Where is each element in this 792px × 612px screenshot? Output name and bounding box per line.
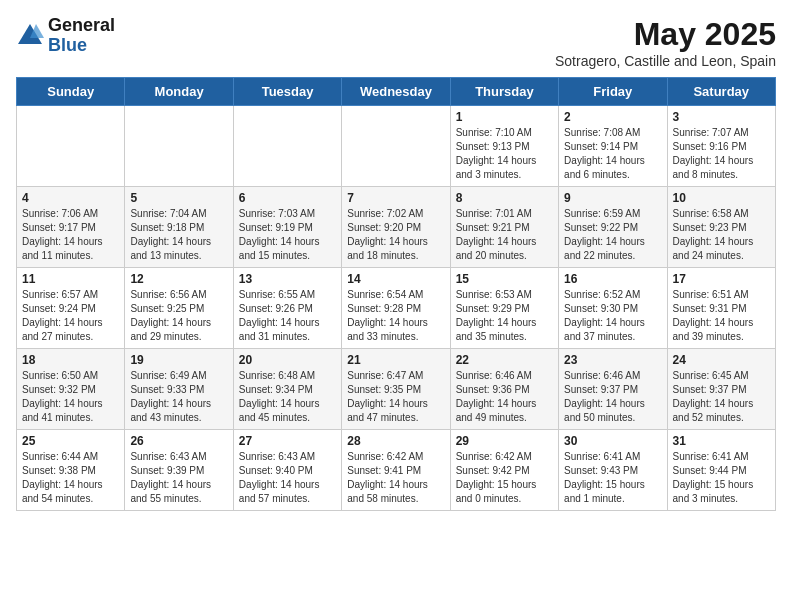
week-row-3: 11Sunrise: 6:57 AM Sunset: 9:24 PM Dayli… [17, 268, 776, 349]
day-number: 30 [564, 434, 661, 448]
day-info: Sunrise: 6:58 AM Sunset: 9:23 PM Dayligh… [673, 207, 770, 263]
calendar-cell: 29Sunrise: 6:42 AM Sunset: 9:42 PM Dayli… [450, 430, 558, 511]
day-info: Sunrise: 6:41 AM Sunset: 9:44 PM Dayligh… [673, 450, 770, 506]
calendar-cell: 22Sunrise: 6:46 AM Sunset: 9:36 PM Dayli… [450, 349, 558, 430]
day-number: 6 [239, 191, 336, 205]
location-subtitle: Sotragero, Castille and Leon, Spain [555, 53, 776, 69]
day-number: 3 [673, 110, 770, 124]
week-row-2: 4Sunrise: 7:06 AM Sunset: 9:17 PM Daylig… [17, 187, 776, 268]
weekday-header-monday: Monday [125, 78, 233, 106]
day-info: Sunrise: 7:02 AM Sunset: 9:20 PM Dayligh… [347, 207, 444, 263]
day-info: Sunrise: 6:50 AM Sunset: 9:32 PM Dayligh… [22, 369, 119, 425]
calendar-cell: 10Sunrise: 6:58 AM Sunset: 9:23 PM Dayli… [667, 187, 775, 268]
weekday-header-wednesday: Wednesday [342, 78, 450, 106]
logo-text: General Blue [48, 16, 115, 56]
calendar-cell: 30Sunrise: 6:41 AM Sunset: 9:43 PM Dayli… [559, 430, 667, 511]
calendar-cell: 5Sunrise: 7:04 AM Sunset: 9:18 PM Daylig… [125, 187, 233, 268]
day-info: Sunrise: 6:46 AM Sunset: 9:36 PM Dayligh… [456, 369, 553, 425]
calendar-cell: 1Sunrise: 7:10 AM Sunset: 9:13 PM Daylig… [450, 106, 558, 187]
calendar-cell: 28Sunrise: 6:42 AM Sunset: 9:41 PM Dayli… [342, 430, 450, 511]
day-info: Sunrise: 6:53 AM Sunset: 9:29 PM Dayligh… [456, 288, 553, 344]
weekday-header-saturday: Saturday [667, 78, 775, 106]
calendar-cell: 6Sunrise: 7:03 AM Sunset: 9:19 PM Daylig… [233, 187, 341, 268]
day-number: 4 [22, 191, 119, 205]
day-info: Sunrise: 6:54 AM Sunset: 9:28 PM Dayligh… [347, 288, 444, 344]
logo-blue-text: Blue [48, 36, 115, 56]
calendar-cell: 23Sunrise: 6:46 AM Sunset: 9:37 PM Dayli… [559, 349, 667, 430]
day-info: Sunrise: 7:08 AM Sunset: 9:14 PM Dayligh… [564, 126, 661, 182]
weekday-header-row: SundayMondayTuesdayWednesdayThursdayFrid… [17, 78, 776, 106]
day-number: 16 [564, 272, 661, 286]
logo-general-text: General [48, 16, 115, 36]
day-number: 8 [456, 191, 553, 205]
day-number: 12 [130, 272, 227, 286]
day-info: Sunrise: 7:03 AM Sunset: 9:19 PM Dayligh… [239, 207, 336, 263]
day-number: 7 [347, 191, 444, 205]
week-row-4: 18Sunrise: 6:50 AM Sunset: 9:32 PM Dayli… [17, 349, 776, 430]
day-number: 21 [347, 353, 444, 367]
day-number: 9 [564, 191, 661, 205]
calendar-cell: 2Sunrise: 7:08 AM Sunset: 9:14 PM Daylig… [559, 106, 667, 187]
day-number: 26 [130, 434, 227, 448]
calendar-cell: 14Sunrise: 6:54 AM Sunset: 9:28 PM Dayli… [342, 268, 450, 349]
calendar-cell: 20Sunrise: 6:48 AM Sunset: 9:34 PM Dayli… [233, 349, 341, 430]
day-number: 29 [456, 434, 553, 448]
day-info: Sunrise: 7:07 AM Sunset: 9:16 PM Dayligh… [673, 126, 770, 182]
day-info: Sunrise: 6:52 AM Sunset: 9:30 PM Dayligh… [564, 288, 661, 344]
day-number: 27 [239, 434, 336, 448]
day-number: 18 [22, 353, 119, 367]
day-number: 20 [239, 353, 336, 367]
calendar-cell: 11Sunrise: 6:57 AM Sunset: 9:24 PM Dayli… [17, 268, 125, 349]
day-info: Sunrise: 6:47 AM Sunset: 9:35 PM Dayligh… [347, 369, 444, 425]
day-info: Sunrise: 6:45 AM Sunset: 9:37 PM Dayligh… [673, 369, 770, 425]
calendar-cell: 26Sunrise: 6:43 AM Sunset: 9:39 PM Dayli… [125, 430, 233, 511]
calendar-cell: 24Sunrise: 6:45 AM Sunset: 9:37 PM Dayli… [667, 349, 775, 430]
calendar-cell [233, 106, 341, 187]
weekday-header-sunday: Sunday [17, 78, 125, 106]
calendar-cell: 18Sunrise: 6:50 AM Sunset: 9:32 PM Dayli… [17, 349, 125, 430]
day-number: 2 [564, 110, 661, 124]
calendar-cell: 17Sunrise: 6:51 AM Sunset: 9:31 PM Dayli… [667, 268, 775, 349]
calendar-cell: 9Sunrise: 6:59 AM Sunset: 9:22 PM Daylig… [559, 187, 667, 268]
day-number: 31 [673, 434, 770, 448]
calendar-cell: 12Sunrise: 6:56 AM Sunset: 9:25 PM Dayli… [125, 268, 233, 349]
day-number: 17 [673, 272, 770, 286]
month-year-title: May 2025 [555, 16, 776, 53]
day-info: Sunrise: 7:04 AM Sunset: 9:18 PM Dayligh… [130, 207, 227, 263]
calendar-cell [17, 106, 125, 187]
week-row-1: 1Sunrise: 7:10 AM Sunset: 9:13 PM Daylig… [17, 106, 776, 187]
day-info: Sunrise: 6:43 AM Sunset: 9:40 PM Dayligh… [239, 450, 336, 506]
day-info: Sunrise: 7:06 AM Sunset: 9:17 PM Dayligh… [22, 207, 119, 263]
weekday-header-friday: Friday [559, 78, 667, 106]
title-area: May 2025 Sotragero, Castille and Leon, S… [555, 16, 776, 69]
day-number: 13 [239, 272, 336, 286]
weekday-header-tuesday: Tuesday [233, 78, 341, 106]
day-info: Sunrise: 7:10 AM Sunset: 9:13 PM Dayligh… [456, 126, 553, 182]
calendar-cell: 8Sunrise: 7:01 AM Sunset: 9:21 PM Daylig… [450, 187, 558, 268]
week-row-5: 25Sunrise: 6:44 AM Sunset: 9:38 PM Dayli… [17, 430, 776, 511]
day-number: 28 [347, 434, 444, 448]
day-info: Sunrise: 6:48 AM Sunset: 9:34 PM Dayligh… [239, 369, 336, 425]
day-info: Sunrise: 6:46 AM Sunset: 9:37 PM Dayligh… [564, 369, 661, 425]
calendar-cell: 7Sunrise: 7:02 AM Sunset: 9:20 PM Daylig… [342, 187, 450, 268]
calendar-cell: 15Sunrise: 6:53 AM Sunset: 9:29 PM Dayli… [450, 268, 558, 349]
day-number: 1 [456, 110, 553, 124]
day-info: Sunrise: 6:56 AM Sunset: 9:25 PM Dayligh… [130, 288, 227, 344]
day-info: Sunrise: 6:55 AM Sunset: 9:26 PM Dayligh… [239, 288, 336, 344]
calendar-table: SundayMondayTuesdayWednesdayThursdayFrid… [16, 77, 776, 511]
calendar-cell: 31Sunrise: 6:41 AM Sunset: 9:44 PM Dayli… [667, 430, 775, 511]
calendar-cell: 19Sunrise: 6:49 AM Sunset: 9:33 PM Dayli… [125, 349, 233, 430]
day-number: 23 [564, 353, 661, 367]
day-info: Sunrise: 6:42 AM Sunset: 9:41 PM Dayligh… [347, 450, 444, 506]
day-info: Sunrise: 6:49 AM Sunset: 9:33 PM Dayligh… [130, 369, 227, 425]
page-header: General Blue May 2025 Sotragero, Castill… [16, 16, 776, 69]
calendar-cell: 21Sunrise: 6:47 AM Sunset: 9:35 PM Dayli… [342, 349, 450, 430]
day-info: Sunrise: 6:44 AM Sunset: 9:38 PM Dayligh… [22, 450, 119, 506]
day-info: Sunrise: 6:41 AM Sunset: 9:43 PM Dayligh… [564, 450, 661, 506]
calendar-cell: 13Sunrise: 6:55 AM Sunset: 9:26 PM Dayli… [233, 268, 341, 349]
day-number: 25 [22, 434, 119, 448]
day-info: Sunrise: 7:01 AM Sunset: 9:21 PM Dayligh… [456, 207, 553, 263]
day-number: 15 [456, 272, 553, 286]
day-number: 10 [673, 191, 770, 205]
calendar-cell: 27Sunrise: 6:43 AM Sunset: 9:40 PM Dayli… [233, 430, 341, 511]
